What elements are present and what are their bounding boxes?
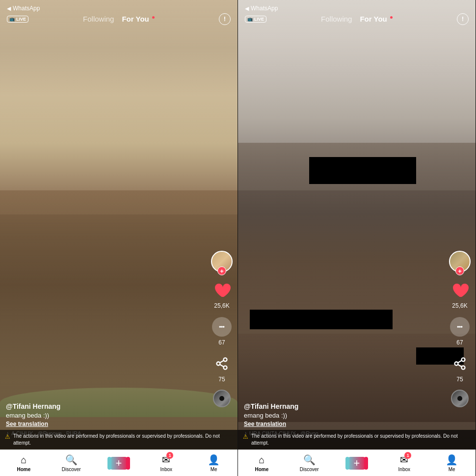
right-nav-dot (390, 16, 393, 19)
left-bottom-nav: ⌂ Home 🔍 Discover + ✉ 1 Inbox 👤 Me (0, 450, 238, 476)
right-comment-svg (454, 321, 465, 332)
right-nav-inbox[interactable]: ✉ 1 Inbox (380, 454, 428, 472)
left-music-disc (213, 390, 231, 407)
left-home-label: Home (17, 467, 31, 472)
right-username[interactable]: @Tifani Hernang (244, 402, 444, 410)
right-add-plus: + (354, 457, 360, 470)
right-censor-bar-1 (309, 157, 416, 184)
right-inbox-badge: 1 (404, 452, 411, 459)
left-follow-plus[interactable]: + (217, 266, 226, 275)
right-nav-me[interactable]: 👤 Me (428, 454, 476, 472)
right-warning-bar: ⚠ The actions in this video are performe… (238, 430, 476, 450)
left-shares-count: 75 (218, 376, 225, 383)
left-avatar[interactable]: + (211, 251, 233, 272)
left-heart-icon-wrap[interactable] (211, 279, 233, 301)
right-comment-icon (450, 317, 470, 337)
right-comment-icon-wrap[interactable] (449, 316, 471, 338)
left-comment-icon-wrap[interactable] (211, 316, 233, 338)
left-discover-icon: 🔍 (65, 454, 78, 466)
left-warning-bar: ⚠ The actions in this video are performe… (0, 430, 238, 450)
left-warning-text: The actions in this video are performed … (13, 433, 233, 447)
left-comments-count: 67 (218, 339, 225, 346)
right-see-translation[interactable]: See translation (244, 421, 444, 427)
right-action-col: + 25,6K 67 (449, 251, 471, 407)
right-nav-add[interactable]: + (333, 457, 381, 470)
right-likes-count: 25,6K (452, 302, 467, 309)
left-me-label: Me (211, 467, 217, 472)
left-panel: ◀ WhatsApp 📺 LIVE Following For You ! + (0, 0, 238, 476)
left-music-action (213, 390, 231, 407)
left-action-col: + 25,6K 67 (211, 251, 233, 407)
right-live-label: LIVE (254, 17, 264, 22)
svg-point-2 (223, 326, 225, 328)
left-add-plus: + (116, 457, 122, 470)
svg-point-3 (457, 326, 459, 328)
left-add-icon[interactable]: + (109, 457, 128, 470)
right-shares-count: 75 (456, 376, 463, 383)
right-add-icon[interactable]: + (347, 457, 366, 470)
right-inbox-wrap: ✉ 1 (400, 454, 408, 466)
right-panel: ◀ WhatsApp 📺 LIVE Following For You ! + (238, 0, 476, 476)
left-nav-add[interactable]: + (95, 457, 143, 470)
right-share-icon (450, 354, 470, 373)
left-share-icon (212, 354, 232, 373)
left-nav-home[interactable]: ⌂ Home (0, 454, 48, 472)
left-following-tab[interactable]: Following (83, 15, 114, 23)
left-warning-icon: ⚠ (5, 433, 10, 440)
left-home-icon: ⌂ (21, 454, 26, 466)
right-home-label: Home (255, 467, 269, 472)
left-see-translation[interactable]: See translation (6, 421, 206, 427)
left-nav-inbox[interactable]: ✉ 1 Inbox (142, 454, 190, 472)
right-music-disc-inner (457, 396, 462, 401)
left-comment-svg (216, 321, 227, 332)
right-share-icon-wrap[interactable] (449, 353, 471, 374)
left-for-you-tab[interactable]: For You (122, 15, 154, 23)
right-me-label: Me (449, 467, 455, 472)
left-username[interactable]: @Tifani Hernang (6, 402, 206, 410)
right-like-action[interactable]: 25,6K (449, 279, 471, 309)
right-share-action[interactable]: 75 (449, 353, 471, 383)
right-top-bar: ◀ WhatsApp 📺 LIVE Following For You ! (238, 0, 476, 27)
right-censor-bar-2 (250, 310, 392, 329)
left-share-action[interactable]: 75 (211, 353, 233, 383)
left-comment-action[interactable]: 67 (211, 316, 233, 346)
left-back-arrow: ◀ (7, 5, 11, 12)
left-inbox-label: Inbox (160, 467, 172, 472)
svg-point-4 (459, 326, 461, 328)
left-share-svg (215, 357, 229, 370)
right-bottom-nav: ⌂ Home 🔍 Discover + ✉ 1 Inbox 👤 Me (238, 450, 476, 476)
left-heart-icon (212, 280, 232, 300)
right-live-icon: 📺 (247, 17, 253, 22)
left-nav-dot (152, 16, 155, 19)
right-caption: emang beda :)) (244, 412, 444, 419)
left-likes-count: 25,6K (214, 302, 229, 309)
left-inbox-wrap: ✉ 1 (162, 454, 170, 466)
left-nav-discover[interactable]: 🔍 Discover (48, 454, 95, 472)
left-nav-me[interactable]: 👤 Me (190, 454, 238, 472)
right-heart-icon-wrap[interactable] (449, 279, 471, 301)
right-info-button[interactable]: ! (457, 13, 469, 25)
right-discover-icon: 🔍 (303, 454, 316, 466)
right-comment-action[interactable]: 67 (449, 316, 471, 346)
left-like-action[interactable]: 25,6K (211, 279, 233, 309)
right-heart-icon (450, 280, 470, 300)
right-inbox-label: Inbox (398, 467, 410, 472)
right-following-tab[interactable]: Following (321, 15, 352, 23)
left-music-disc-inner (219, 396, 224, 401)
left-top-bar: ◀ WhatsApp 📺 LIVE Following For You ! (0, 0, 238, 27)
left-share-icon-wrap[interactable] (211, 353, 233, 374)
left-me-icon: 👤 (208, 454, 220, 466)
right-nav-discover[interactable]: 🔍 Discover (286, 454, 333, 472)
right-back-whatsapp[interactable]: ◀ WhatsApp (245, 5, 469, 12)
left-back-whatsapp[interactable]: ◀ WhatsApp (7, 5, 231, 12)
right-for-you-tab[interactable]: For You (360, 15, 392, 23)
right-music-action (451, 390, 469, 407)
svg-point-5 (461, 326, 463, 328)
right-avatar[interactable]: + (449, 251, 471, 272)
right-follow-plus[interactable]: + (455, 266, 464, 275)
right-nav-home[interactable]: ⌂ Home (238, 454, 286, 472)
svg-point-0 (219, 326, 221, 328)
left-info-button[interactable]: ! (219, 13, 231, 25)
right-discover-label: Discover (300, 467, 319, 472)
right-back-arrow: ◀ (245, 5, 249, 12)
